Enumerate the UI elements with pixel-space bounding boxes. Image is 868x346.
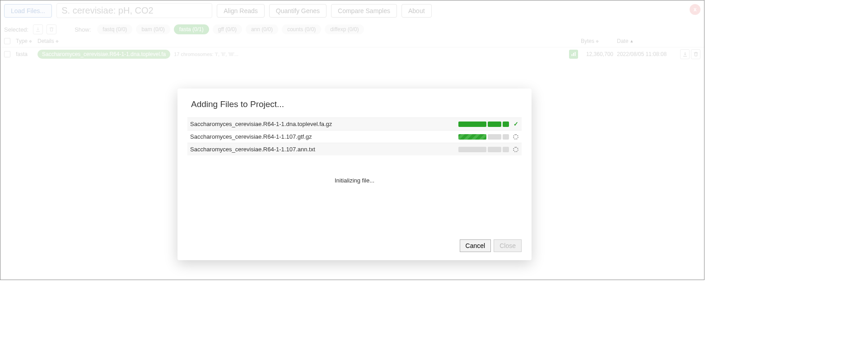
- filter-pill-ann[interactable]: ann (0/0): [246, 24, 278, 34]
- modal-title: Adding Files to Project...: [177, 89, 532, 115]
- sort-icon: ◆: [56, 39, 59, 43]
- col-details[interactable]: Details◆: [37, 38, 581, 44]
- modal-footer: Cancel Close: [177, 235, 532, 260]
- modal-file-row: Saccharomyces_cerevisiae.R64-1-1.107.gtf…: [187, 130, 522, 143]
- svg-rect-1: [573, 53, 574, 56]
- filter-pill-diffexp[interactable]: diffexp (0/0): [325, 24, 364, 34]
- row-checkbox[interactable]: [4, 51, 10, 57]
- close-button: Close: [494, 239, 522, 252]
- col-date-label: Date: [617, 38, 628, 44]
- svg-rect-2: [575, 52, 576, 56]
- table-row[interactable]: fasta Saccharomyces_cerevisiae.R64-1-1.d…: [0, 47, 704, 61]
- show-label: Show:: [75, 26, 91, 33]
- quantify-genes-button[interactable]: Quantify Genes: [269, 4, 327, 18]
- row-details: Saccharomyces_cerevisiae.R64-1-1.dna.top…: [37, 50, 569, 59]
- sort-icon: ◆: [596, 39, 599, 43]
- modal-file-list: Saccharomyces_cerevisiae.R64-1-1.dna.top…: [177, 115, 532, 158]
- toolbar: Load Files... Align Reads Quantify Genes…: [0, 0, 704, 21]
- delete-row-icon[interactable]: [691, 49, 700, 59]
- modal-file-row: Saccharomyces_cerevisiae.R64-1-1.dna.top…: [187, 117, 522, 130]
- filter-pill-counts[interactable]: counts (0/0): [282, 24, 321, 34]
- row-date: 2022/08/05 11:08:08: [617, 51, 680, 57]
- check-icon: ✓: [513, 121, 519, 127]
- cancel-button[interactable]: Cancel: [460, 239, 491, 252]
- compare-samples-button[interactable]: Compare Samples: [331, 4, 397, 18]
- selected-label: Selected:: [4, 26, 28, 33]
- filter-pill-bam[interactable]: bam (0/0): [136, 24, 170, 34]
- progress-bar: [458, 134, 509, 140]
- col-date[interactable]: Date▲: [617, 38, 680, 44]
- app-window: Load Files... Align Reads Quantify Genes…: [0, 0, 705, 280]
- select-all-checkbox[interactable]: [4, 38, 10, 44]
- col-details-label: Details: [37, 38, 54, 44]
- svg-rect-0: [572, 54, 573, 56]
- modal-file-name: Saccharomyces_cerevisiae.R64-1-1.dna.top…: [190, 121, 458, 127]
- table-header: Type◆ Details◆ Bytes◆ Date▲: [0, 35, 704, 47]
- download-selected-icon[interactable]: [33, 24, 43, 34]
- sort-icon: ◆: [29, 39, 32, 43]
- chart-icon[interactable]: [569, 50, 578, 59]
- col-bytes-label: Bytes: [581, 38, 594, 44]
- file-name-pill[interactable]: Saccharomyces_cerevisiae.R64-1-1.dna.top…: [37, 50, 170, 59]
- progress-bar: [458, 147, 509, 152]
- progress-bar: [458, 122, 509, 127]
- align-reads-button[interactable]: Align Reads: [217, 4, 265, 18]
- project-title-input[interactable]: [56, 3, 212, 18]
- filter-pill-gff[interactable]: gff (0/0): [213, 24, 242, 34]
- spinner-icon: [513, 146, 519, 153]
- add-files-modal: Adding Files to Project... Saccharomyces…: [177, 89, 532, 260]
- about-button[interactable]: About: [401, 4, 432, 18]
- filter-pill-fasta[interactable]: fasta (0/1): [174, 24, 209, 34]
- filter-bar: Selected: Show: fastq (0/0) bam (0/0) fa…: [0, 21, 704, 35]
- modal-file-row: Saccharomyces_cerevisiae.R64-1-1.107.ann…: [187, 143, 522, 155]
- modal-status-text: Initializing file...: [177, 177, 532, 184]
- load-files-button[interactable]: Load Files...: [4, 4, 52, 18]
- modal-file-name: Saccharomyces_cerevisiae.R64-1-1.107.gtf…: [190, 133, 458, 140]
- sort-asc-icon: ▲: [630, 39, 634, 43]
- close-project-button[interactable]: x: [690, 4, 700, 15]
- row-type: fasta: [16, 51, 37, 57]
- download-row-icon[interactable]: [680, 49, 690, 59]
- col-type[interactable]: Type◆: [16, 38, 37, 44]
- col-type-label: Type: [16, 38, 28, 44]
- col-bytes[interactable]: Bytes◆: [581, 38, 613, 44]
- filter-pill-fastq[interactable]: fastq (0/0): [97, 24, 132, 34]
- row-bytes: 12,360,700: [581, 51, 613, 57]
- spinner-icon: [513, 134, 519, 140]
- modal-file-name: Saccharomyces_cerevisiae.R64-1-1.107.ann…: [190, 146, 458, 153]
- delete-selected-icon[interactable]: [47, 24, 56, 34]
- file-description: 17 chromosomes: 'I', 'II', 'III'...: [174, 51, 238, 57]
